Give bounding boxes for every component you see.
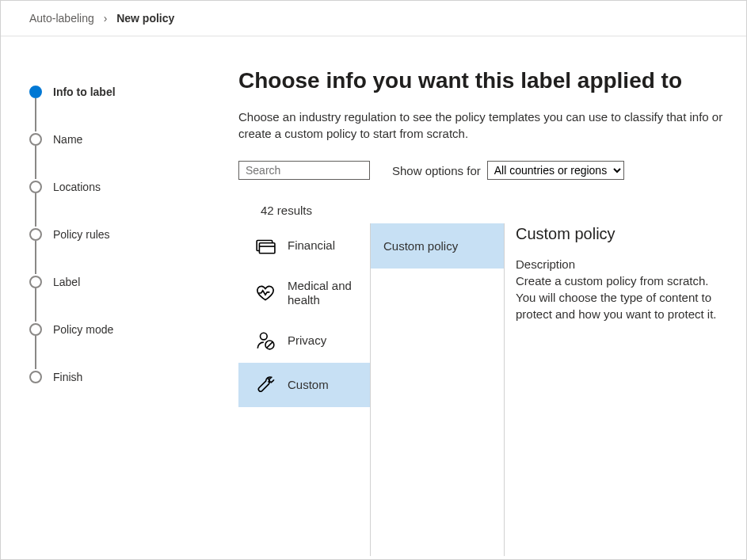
step-label: Name [53, 133, 82, 146]
template-detail: Custom policy Description Create a custo… [505, 223, 724, 556]
step-dot-icon [29, 323, 42, 336]
category-label: Privacy [288, 333, 326, 348]
step-label: Policy rules [53, 228, 110, 241]
credit-card-icon [254, 234, 276, 257]
region-label: Show options for [392, 164, 481, 177]
template-custom-policy[interactable]: Custom policy [371, 223, 504, 269]
step-connector [35, 98, 36, 131]
category-privacy[interactable]: Privacy [238, 318, 370, 363]
detail-desc: Create a custom policy from scratch. You… [516, 272, 719, 322]
category-financial[interactable]: Financial [238, 223, 370, 268]
step-dot-icon [29, 228, 42, 241]
category-list: Financial Medical and health [238, 223, 370, 556]
chevron-right-icon: › [104, 12, 108, 25]
step-label[interactable]: Label [29, 258, 238, 306]
detail-desc-label: Description [516, 257, 719, 271]
step-label: Label [53, 276, 80, 288]
category-medical[interactable]: Medical and health [238, 268, 370, 318]
category-label: Medical and health [288, 279, 362, 307]
svg-point-3 [261, 333, 268, 340]
category-label: Custom [288, 378, 329, 392]
svg-line-5 [267, 342, 273, 349]
step-connector [35, 193, 36, 227]
breadcrumb-root[interactable]: Auto-labeling [29, 12, 94, 25]
step-connector [35, 241, 36, 274]
heart-pulse-icon [254, 282, 276, 304]
step-connector [35, 336, 36, 369]
breadcrumb: Auto-labeling › New policy [1, 1, 746, 36]
step-locations[interactable]: Locations [29, 163, 238, 211]
step-name[interactable]: Name [29, 116, 238, 163]
step-dot-icon [29, 133, 42, 146]
step-label: Policy mode [53, 323, 113, 336]
step-dot-icon [29, 276, 42, 288]
page-subtitle: Choose an industry regulation to see the… [238, 109, 724, 142]
step-connector [35, 288, 36, 322]
template-list: Custom policy [370, 223, 505, 556]
step-policy-mode[interactable]: Policy mode [29, 306, 238, 353]
step-policy-rules[interactable]: Policy rules [29, 211, 238, 258]
step-info-to-label[interactable]: Info to label [29, 68, 238, 116]
region-select[interactable]: All countries or regions [487, 161, 624, 180]
step-dot-icon [29, 371, 42, 383]
wizard-steps: Info to label Name Locations Policy rule… [1, 36, 238, 557]
step-connector [35, 146, 36, 179]
step-label: Locations [53, 181, 101, 193]
category-label: Financial [288, 238, 335, 253]
page-title: Choose info you want this label applied … [238, 67, 724, 94]
results-count: 42 results [238, 194, 724, 223]
step-label: Info to label [53, 86, 116, 98]
wrench-icon [254, 374, 276, 396]
breadcrumb-current: New policy [116, 12, 174, 25]
step-dot-icon [29, 86, 42, 98]
person-block-icon [254, 330, 276, 352]
svg-rect-1 [259, 243, 275, 253]
step-dot-icon [29, 181, 42, 193]
step-finish[interactable]: Finish [29, 353, 238, 401]
step-label: Finish [53, 371, 82, 383]
category-custom[interactable]: Custom [238, 363, 370, 407]
detail-title: Custom policy [516, 225, 719, 243]
search-input[interactable] [238, 161, 370, 180]
